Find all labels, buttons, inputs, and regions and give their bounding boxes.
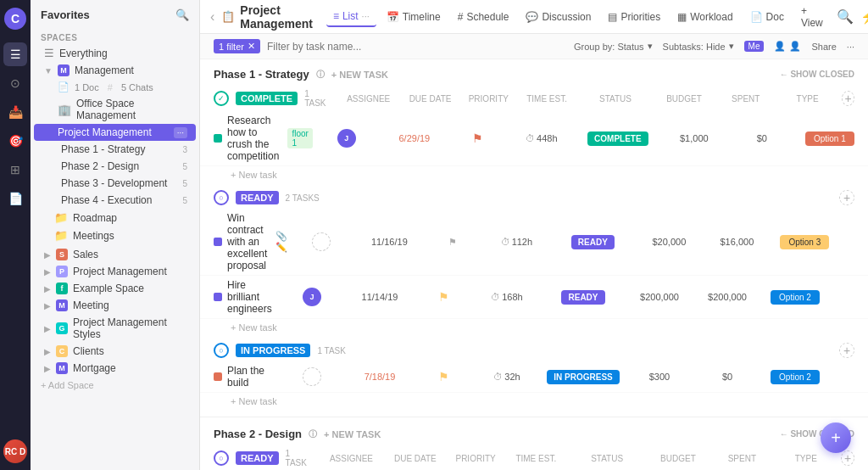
ready-circle[interactable]: ○ <box>214 190 229 205</box>
meetings-label: Meetings <box>73 230 187 242</box>
task-name[interactable]: Hire brilliant engineers <box>214 279 278 315</box>
priority-cell: ⚑ <box>423 237 482 248</box>
list-more-icon[interactable]: ··· <box>362 11 370 21</box>
share-button[interactable]: Share <box>811 42 836 52</box>
task-name[interactable]: Plan the build <box>214 365 278 389</box>
sidebar-item-meetings[interactable]: 📁 Meetings <box>34 227 196 244</box>
timeline-icon: 📅 <box>387 11 399 23</box>
phase1-show-closed[interactable]: ← SHOW CLOSED <box>780 70 854 79</box>
add-col-icon2[interactable]: + <box>839 190 854 205</box>
sidebar-item-phase1[interactable]: Phase 1 - Strategy 3 <box>54 141 196 158</box>
sidebar-space-mortgage[interactable]: ▶ M Mortgage <box>34 360 196 377</box>
user-avatar[interactable]: RC D <box>3 439 27 463</box>
add-col-icon4[interactable]: + <box>841 450 854 466</box>
project-mgmt-options[interactable]: ··· <box>174 127 187 138</box>
meeting-label: Meeting <box>73 299 187 311</box>
nav-priorities[interactable]: ▤ Priorities <box>601 8 667 26</box>
sidebar-item-office[interactable]: 🏢 Office Space Management <box>34 95 196 124</box>
add-col-icon[interactable]: + <box>842 91 854 106</box>
search-icon[interactable]: 🔍 <box>837 8 854 25</box>
nav-spaces-icon[interactable]: ☰ <box>3 42 27 66</box>
sidebar-space-pmstyles[interactable]: ▶ G Project Management Styles <box>34 314 196 343</box>
sidebar-space-example[interactable]: ▶ f Example Space <box>34 280 196 297</box>
sidebar-item-phase3[interactable]: Phase 3 - Development 5 <box>54 175 196 192</box>
priorities-icon: ▤ <box>608 11 617 23</box>
filter-count: 1 filter <box>219 42 244 52</box>
sidebar-item-roadmap[interactable]: 📁 Roadmap <box>34 209 196 227</box>
sidebar-item-project-mgmt[interactable]: Project Management ··· <box>34 124 196 141</box>
topbar-right: 🔍 ⚡ <box>837 8 868 25</box>
add-task-row[interactable]: + New task <box>200 166 868 183</box>
sidebar-item-everything[interactable]: ☰ Everything <box>34 44 196 62</box>
inprogress-circle[interactable]: ○ <box>214 343 229 358</box>
sidebar-space-proj[interactable]: ▶ P Project Management <box>34 263 196 280</box>
add-space-button[interactable]: + Add Space <box>31 377 199 394</box>
filter-badge[interactable]: 1 filter ✕ <box>214 39 260 53</box>
subtasks-button[interactable]: Subtasks: Hide ▾ <box>663 41 734 52</box>
nav-goals-icon[interactable]: 🎯 <box>3 129 27 153</box>
proj-label: Project Management <box>73 266 187 277</box>
phase1-header: Phase 1 - Strategy ⓘ + NEW TASK ← SHOW C… <box>200 59 868 86</box>
nav-inbox-icon[interactable]: 📥 <box>3 100 27 124</box>
nav-apps-icon[interactable]: ⊞ <box>3 158 27 182</box>
sidebar-title: Favorites <box>41 8 90 21</box>
sidebar-space-clients[interactable]: ▶ C Clients <box>34 343 196 360</box>
p2-ready-count: 1 TASK <box>286 449 309 467</box>
due-date-cell: 6/29/19 <box>381 133 448 143</box>
back-icon[interactable]: ‹ <box>210 9 214 25</box>
more-options-button[interactable]: ··· <box>847 42 854 52</box>
nav-doc[interactable]: 📄 Doc <box>743 8 791 26</box>
icon-bar: C ☰ ⊙ 📥 🎯 ⊞ 📄 RC D <box>0 0 31 470</box>
task-name[interactable]: Win contract with an excellent proposal … <box>214 212 287 271</box>
phase2-add-task[interactable]: + NEW TASK <box>324 429 381 439</box>
chevron-down-icon: ▾ <box>729 41 734 52</box>
app-logo[interactable]: C <box>3 7 27 31</box>
nav-add-view[interactable]: + View <box>794 2 830 32</box>
sidebar-space-meeting[interactable]: ▶ M Meeting <box>34 297 196 314</box>
p2-ready-circle[interactable]: ○ <box>214 450 229 466</box>
sidebar-item-phase2[interactable]: Phase 2 - Design 5 <box>54 158 196 175</box>
sales-label: Sales <box>73 249 187 260</box>
task-group-complete-header: ✓ COMPLETE 1 TASK ASSIGNEE DUE DATE PRIO… <box>200 86 868 111</box>
col-budget2: BUDGET <box>649 454 706 463</box>
assignees-icon[interactable]: 👤 👤 <box>774 41 801 52</box>
phase1-add-task[interactable]: + NEW TASK <box>331 70 388 80</box>
nav-docs-icon[interactable]: 📄 <box>3 187 27 210</box>
phase2-info-icon[interactable]: ⓘ <box>309 428 317 440</box>
nav-list[interactable]: ≡ List ··· <box>326 7 376 27</box>
complete-circle[interactable]: ✓ <box>214 91 229 106</box>
type-badge: Option 2 <box>771 290 820 305</box>
everything-label: Everything <box>59 48 187 59</box>
sidebar-item-docs[interactable]: 📄 1 Doc # 5 Chats <box>34 79 196 95</box>
topbar: ‹ 📋 Project Management ≡ List ··· 📅 Time… <box>200 0 868 34</box>
sidebar-search-icon[interactable]: 🔍 <box>175 8 189 21</box>
assignee-cell <box>278 367 346 386</box>
filter-input[interactable] <box>267 41 567 53</box>
add-col-icon3[interactable]: + <box>839 343 854 358</box>
group-by-button[interactable]: Group by: Status ▾ <box>574 41 653 52</box>
type-cell: Option 1 <box>796 131 864 146</box>
nav-workload[interactable]: ▦ Workload <box>670 8 739 26</box>
sidebar-space-management[interactable]: ▼ M Management <box>34 62 196 79</box>
filter-clear-icon[interactable]: ✕ <box>248 41 255 52</box>
mortgage-label: Mortgage <box>73 362 187 374</box>
add-task-row[interactable]: + New task <box>200 393 868 410</box>
sidebar-item-phase4[interactable]: Phase 4 - Execution 5 <box>54 192 196 209</box>
nav-discussion[interactable]: 💬 Discussion <box>519 8 598 26</box>
nav-timeline[interactable]: 📅 Timeline <box>380 8 448 26</box>
chevron-icon: ▶ <box>44 267 51 277</box>
assignee-cell <box>287 232 355 251</box>
nav-home-icon[interactable]: ⊙ <box>3 71 27 95</box>
add-task-row[interactable]: + New task <box>200 319 868 336</box>
bolt-icon[interactable]: ⚡ <box>860 8 868 25</box>
task-group-p2-ready-header: ○ READY 1 TASK ASSIGNEE DUE DATE PRIORIT… <box>200 445 868 470</box>
ready-count: 2 TASKS <box>286 193 320 203</box>
chevron-icon: ▶ <box>44 301 51 311</box>
task-color-dot <box>214 293 222 301</box>
phase1-info-icon[interactable]: ⓘ <box>316 69 325 81</box>
nav-schedule[interactable]: # Schedule <box>451 8 516 26</box>
sidebar-space-sales[interactable]: ▶ S Sales <box>34 246 196 263</box>
fab-button[interactable]: + <box>821 422 851 453</box>
me-button[interactable]: Me <box>744 41 765 52</box>
task-name[interactable]: Research how to crush the competition fl… <box>214 115 313 162</box>
